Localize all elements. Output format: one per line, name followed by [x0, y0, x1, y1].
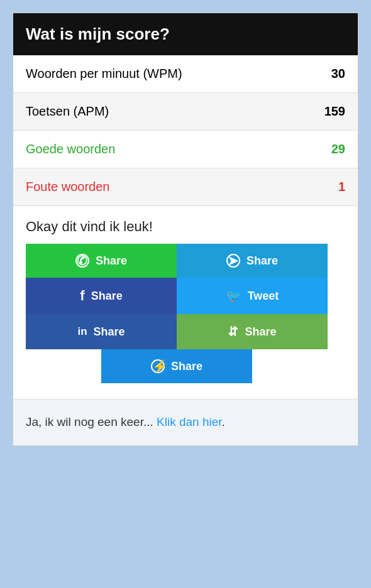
whatsapp-share-button[interactable]: ✆ Share [26, 244, 177, 278]
score-row-wpm: Woorden per minuut (WPM) 30 [13, 55, 358, 93]
messenger-icon: ⚡ [151, 359, 165, 373]
main-card: Wat is mijn score? Woorden per minuut (W… [13, 13, 358, 446]
apm-label: Toetsen (APM) [26, 104, 109, 119]
messenger-share-button[interactable]: ⚡ Share [101, 349, 252, 383]
score-row-bad: Foute woorden 1 [13, 168, 358, 206]
linkedin-label: Share [94, 325, 125, 339]
footer-text-before: Ja, ik wil nog een keer... [26, 415, 157, 428]
wpm-label: Woorden per minuut (WPM) [26, 67, 182, 81]
retry-link[interactable]: Klik dan hier [157, 415, 222, 428]
whatsapp-label: Share [96, 254, 127, 268]
header-title: Wat is mijn score? [26, 24, 170, 43]
share-title: Okay dit vind ik leuk! [26, 219, 345, 235]
facebook-icon: f [80, 288, 84, 304]
card-header: Wat is mijn score? [13, 13, 358, 55]
good-words-label: Goede woorden [26, 142, 115, 156]
telegram-share-button[interactable]: ➤ Share [177, 244, 328, 278]
linkedin-icon: in [77, 325, 87, 338]
share-grid: ✆ Share ➤ Share f Share 🐦 Tweet in Share [26, 244, 328, 349]
generic-share-button[interactable]: ⇵ Share [177, 314, 328, 349]
score-row-apm: Toetsen (APM) 159 [13, 93, 358, 131]
whatsapp-icon: ✆ [75, 254, 89, 268]
footer-section: Ja, ik wil nog een keer... Klik dan hier… [13, 400, 358, 445]
twitter-icon: 🐦 [226, 288, 241, 303]
footer-text: Ja, ik wil nog een keer... Klik dan hier… [26, 413, 345, 432]
twitter-share-button[interactable]: 🐦 Tweet [177, 278, 328, 314]
share-bottom-row: ⚡ Share [26, 349, 328, 383]
share-section: Okay dit vind ik leuk! ✆ Share ➤ Share f… [13, 206, 358, 400]
score-row-good: Goede woorden 29 [13, 131, 358, 168]
twitter-label: Tweet [248, 290, 279, 303]
bad-words-label: Foute woorden [26, 180, 109, 194]
wpm-value: 30 [331, 67, 345, 81]
share-icon: ⇵ [228, 324, 238, 339]
facebook-share-button[interactable]: f Share [26, 278, 177, 314]
footer-text-after: . [222, 415, 225, 428]
telegram-label: Share [246, 254, 278, 268]
apm-value: 159 [324, 104, 345, 119]
good-words-value: 29 [331, 142, 345, 156]
generic-share-label: Share [245, 325, 276, 339]
linkedin-share-button[interactable]: in Share [26, 314, 177, 349]
telegram-icon: ➤ [226, 254, 240, 268]
messenger-label: Share [171, 360, 202, 373]
facebook-label: Share [91, 290, 123, 303]
bad-words-value: 1 [338, 180, 345, 194]
